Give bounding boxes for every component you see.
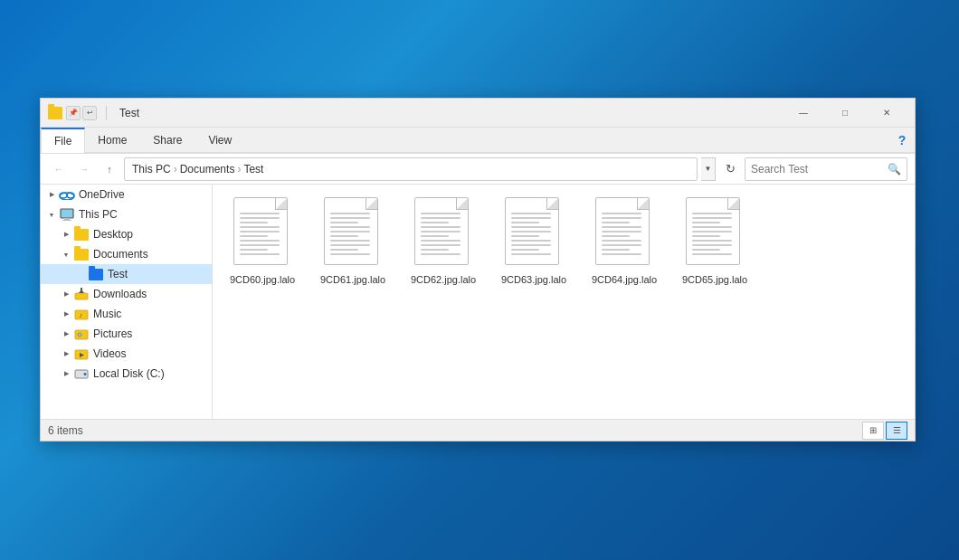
file-area: 9CD60.jpg.lalo (213, 185, 915, 419)
file-icon-5 (686, 197, 744, 270)
file-item-5[interactable]: 9CD65.jpg.lalo (674, 194, 755, 289)
sidebar-label-test: Test (108, 268, 128, 280)
file-icon-4 (595, 197, 653, 270)
svg-rect-6 (75, 293, 88, 299)
sidebar-item-desktop[interactable]: ▶ Desktop (41, 224, 212, 244)
file-icon-1 (324, 197, 382, 270)
quick-access-icons: 📌 ↩ (66, 106, 97, 120)
sidebar-label-onedrive: OneDrive (79, 188, 125, 201)
sidebar-label-localdisk: Local Disk (C:) (93, 367, 165, 380)
file-item-2[interactable]: 9CD62.jpg.lalo (403, 194, 484, 289)
address-path[interactable]: This PC › Documents › Test (124, 157, 698, 181)
close-button[interactable]: ✕ (866, 99, 907, 128)
list-view-button[interactable]: ☰ (886, 422, 907, 440)
expand-icon-documents: ▼ (59, 247, 73, 261)
status-bar: 6 items ⊞ ☰ (41, 419, 915, 441)
search-box[interactable]: 🔍 (745, 157, 907, 181)
sidebar-item-localdisk[interactable]: ▶ Local Disk (C:) (41, 364, 212, 384)
file-name-4: 9CD64.jpg.lalo (592, 273, 657, 286)
sidebar-label-videos: Videos (93, 347, 126, 360)
sidebar-item-onedrive[interactable]: ▶ OneDrive (41, 185, 212, 204)
sidebar-label-thispc: This PC (79, 208, 118, 221)
view-buttons: ⊞ ☰ (862, 422, 907, 440)
path-test[interactable]: Test (243, 163, 263, 176)
address-bar: ← → ↑ This PC › Documents › Test ▼ ↻ 🔍 (41, 154, 915, 185)
expand-icon-onedrive: ▶ (44, 187, 59, 202)
file-name-1: 9CD61.jpg.lalo (320, 273, 385, 286)
svg-point-16 (84, 373, 87, 375)
sidebar-item-thispc[interactable]: ▼ This PC (41, 204, 212, 224)
sidebar-item-pictures[interactable]: ▶ Pictures (41, 324, 212, 344)
sidebar-item-videos[interactable]: ▶ Videos (41, 344, 212, 364)
search-input[interactable] (751, 163, 884, 176)
expand-icon-desktop: ▶ (59, 227, 73, 242)
expand-icon-pictures: ▶ (59, 327, 73, 341)
pin-icon[interactable]: 📌 (66, 106, 81, 120)
expand-icon-localdisk: ▶ (59, 366, 73, 381)
onedrive-icon (59, 187, 75, 202)
sidebar: ▶ OneDrive ▼ This PC ▶ Deskto (41, 185, 213, 419)
file-item-0[interactable]: 9CD60.jpg.lalo (222, 194, 303, 289)
expand-icon-music: ▶ (59, 307, 73, 321)
sidebar-label-desktop: Desktop (93, 228, 133, 241)
file-icon-3 (505, 197, 563, 270)
file-item-1[interactable]: 9CD61.jpg.lalo (312, 194, 394, 289)
folder-icon (48, 107, 62, 119)
separator (106, 106, 107, 120)
refresh-button[interactable]: ↻ (719, 158, 741, 180)
path-sep-2: › (237, 163, 241, 176)
test-folder-icon (88, 267, 104, 281)
forward-button[interactable]: → (73, 158, 95, 180)
sidebar-item-test[interactable]: Test (41, 264, 212, 284)
path-sep-1: › (174, 163, 177, 176)
expand-icon-test (73, 267, 88, 281)
svg-rect-4 (64, 218, 70, 220)
svg-point-12 (78, 333, 81, 337)
sidebar-item-documents[interactable]: ▼ Documents (41, 244, 212, 264)
file-icon-0 (233, 197, 291, 270)
path-documents[interactable]: Documents (180, 163, 235, 176)
svg-rect-8 (81, 288, 82, 292)
file-name-3: 9CD63.jpg.lalo (501, 273, 566, 286)
sidebar-item-music[interactable]: ▶ ♪ Music (41, 304, 212, 324)
file-name-2: 9CD62.jpg.lalo (411, 273, 476, 286)
sidebar-label-music: Music (93, 308, 121, 320)
file-name-5: 9CD65.jpg.lalo (682, 273, 747, 286)
file-item-3[interactable]: 9CD63.jpg.lalo (493, 194, 574, 289)
sidebar-label-documents: Documents (93, 248, 148, 261)
ribbon-tabs: File Home Share View ? (41, 128, 915, 153)
maximize-button[interactable]: □ (824, 99, 866, 128)
svg-rect-3 (61, 209, 73, 218)
documents-folder-icon (73, 247, 90, 261)
window-controls: — □ ✕ (783, 99, 907, 128)
svg-text:♪: ♪ (79, 311, 82, 319)
expand-icon-thispc: ▼ (44, 207, 59, 222)
path-this-pc[interactable]: This PC (132, 163, 171, 176)
address-dropdown[interactable]: ▼ (701, 157, 716, 181)
svg-rect-5 (62, 220, 71, 221)
sidebar-item-downloads[interactable]: ▶ Downloads (41, 284, 212, 304)
items-count: 6 items (48, 424, 83, 437)
minimize-button[interactable]: — (783, 99, 824, 128)
help-button[interactable]: ? (889, 128, 915, 152)
expand-icon-downloads: ▶ (59, 287, 73, 301)
drive-icon (73, 366, 90, 381)
tab-view[interactable]: View (195, 128, 245, 152)
file-item-4[interactable]: 9CD64.jpg.lalo (584, 194, 665, 289)
title-bar-icons: 📌 ↩ (48, 106, 112, 120)
file-name-0: 9CD60.jpg.lalo (230, 273, 295, 286)
grid-view-button[interactable]: ⊞ (862, 422, 884, 440)
tab-share[interactable]: Share (140, 128, 195, 152)
videos-icon (73, 346, 90, 361)
tab-home[interactable]: Home (85, 128, 140, 152)
up-button[interactable]: ↑ (99, 158, 120, 180)
window-title: Test (119, 107, 139, 119)
music-icon: ♪ (73, 307, 90, 321)
tab-file[interactable]: File (41, 128, 85, 153)
pc-icon (59, 207, 75, 222)
back-button[interactable]: ← (48, 158, 70, 180)
undo-icon[interactable]: ↩ (82, 106, 97, 120)
search-icon[interactable]: 🔍 (888, 163, 901, 176)
title-bar: 📌 ↩ Test — □ ✕ (41, 99, 915, 128)
main-content: ▶ OneDrive ▼ This PC ▶ Deskto (41, 185, 915, 419)
